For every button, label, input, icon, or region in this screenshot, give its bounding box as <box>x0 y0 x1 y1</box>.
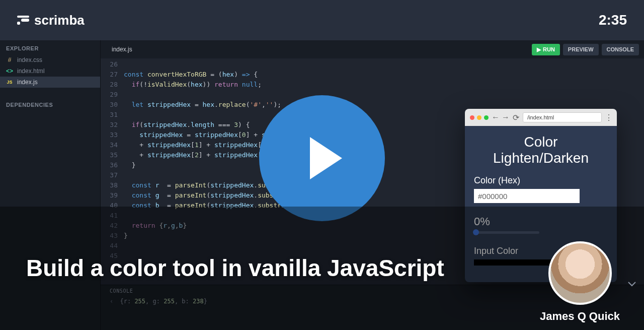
author-block[interactable]: James Q Quick <box>540 241 620 323</box>
console-arrow-icon: ‹ <box>110 298 113 305</box>
code-line: 28 if(!isValidHex(hex)) return null; <box>101 80 644 90</box>
reload-icon[interactable]: ⟳ <box>513 113 519 122</box>
color-input-value: #000000 <box>478 192 507 201</box>
app-title: Color Lighten/Darken <box>474 134 608 166</box>
app-header: scrimba 2:35 <box>0 0 644 40</box>
file-label: index.html <box>17 68 45 75</box>
percent-value: 0% <box>474 215 608 228</box>
svg-rect-2 <box>17 16 29 18</box>
forward-icon[interactable]: → <box>503 113 509 122</box>
editor-tab-indexjs[interactable]: index.js <box>106 46 138 53</box>
code-line: 29 <box>101 90 644 100</box>
maximize-dot-icon[interactable] <box>484 115 489 120</box>
explorer-header: EXPLORER <box>0 40 100 54</box>
brand-name: scrimba <box>34 13 85 28</box>
url-text: /index.html <box>527 114 554 120</box>
menu-icon[interactable]: ⋮ <box>606 113 612 122</box>
file-label: index.css <box>17 56 42 63</box>
color-input-label: Color (Hex) <box>474 175 608 186</box>
brand-logo[interactable]: scrimba <box>17 13 85 28</box>
code-line: 26 <box>101 59 644 70</box>
percent-slider[interactable] <box>474 231 539 234</box>
lesson-title: Build a color tool in vanilla JavaScript <box>26 254 444 282</box>
close-dot-icon[interactable] <box>470 115 474 120</box>
run-button[interactable]: ▶ RUN <box>532 44 560 55</box>
lesson-timer: 2:35 <box>599 12 627 28</box>
play-button[interactable] <box>259 95 385 221</box>
url-bar[interactable]: /index.html <box>523 112 602 122</box>
dependencies-header: DEPENDENCIES <box>0 97 100 111</box>
app-title-line1: Color <box>474 134 608 150</box>
file-item-html[interactable]: <> index.html <box>0 65 100 77</box>
play-icon: ▶ <box>537 46 541 53</box>
file-item-js[interactable]: JS index.js <box>0 77 100 88</box>
code-line: 30 let strippedHex = hex.replace('#','')… <box>101 100 644 110</box>
code-line: 27const convertHexToRGB = (hex) => { <box>101 70 644 80</box>
editor-toolbar: index.js ▶ RUN PREVIEW CONSOLE <box>101 40 644 58</box>
svg-rect-1 <box>21 19 29 22</box>
preview-button[interactable]: PREVIEW <box>563 44 599 55</box>
author-avatar <box>548 241 612 305</box>
play-icon <box>310 137 342 179</box>
author-name: James Q Quick <box>540 310 620 323</box>
action-buttons: ▶ RUN PREVIEW CONSOLE <box>532 44 639 55</box>
file-label: index.js <box>17 79 38 86</box>
sidebar: EXPLORER # index.css <> index.html JS in… <box>0 40 101 330</box>
js-icon: JS <box>6 80 13 85</box>
chevron-down-icon[interactable] <box>628 280 636 289</box>
file-item-css[interactable]: # index.css <box>0 54 100 65</box>
run-label: RUN <box>543 46 555 52</box>
minimize-dot-icon[interactable] <box>477 115 481 120</box>
back-icon[interactable]: ← <box>493 113 499 122</box>
color-input[interactable]: #000000 <box>474 189 580 203</box>
svg-rect-0 <box>17 22 20 25</box>
app-title-line2: Lighten/Darken <box>474 150 608 166</box>
preview-chrome-bar: ← → ⟳ /index.html ⋮ <box>465 109 617 126</box>
html-icon: <> <box>6 68 13 75</box>
css-icon: # <box>6 56 13 63</box>
window-controls <box>470 115 489 120</box>
logo-icon <box>17 16 29 25</box>
console-button[interactable]: CONSOLE <box>602 44 639 55</box>
